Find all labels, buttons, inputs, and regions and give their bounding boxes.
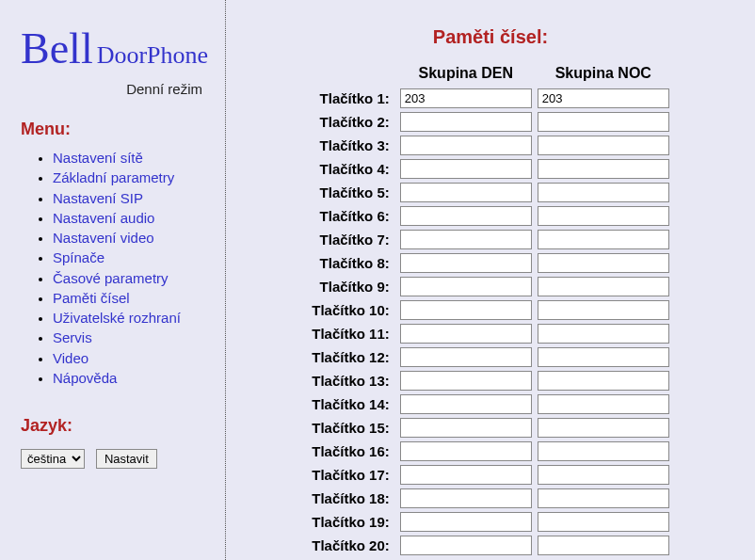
table-row: Tlačítko 9: <box>311 276 670 297</box>
cell-night <box>537 511 670 533</box>
day-input[interactable] <box>400 112 532 132</box>
menu-link[interactable]: Nastavení SIP <box>53 190 143 206</box>
cell-night <box>537 464 670 486</box>
menu-item: Základní parametry <box>53 168 208 187</box>
night-input[interactable] <box>538 206 669 226</box>
day-input[interactable] <box>400 159 532 179</box>
night-input[interactable] <box>538 88 669 108</box>
table-row: Tlačítko 11: <box>311 323 670 344</box>
cell-day <box>399 393 533 415</box>
logo-text-bell: Bell <box>21 24 93 72</box>
row-label: Tlačítko 13: <box>311 370 395 392</box>
day-input[interactable] <box>400 512 532 532</box>
cell-night <box>537 440 670 462</box>
language-set-button[interactable]: Nastavit <box>96 449 157 469</box>
sidebar: BellDoorPhone Denní režim Menu: Nastaven… <box>0 0 226 560</box>
cell-day <box>399 205 533 227</box>
night-input[interactable] <box>538 253 669 273</box>
menu-link[interactable]: Paměti čísel <box>53 290 130 306</box>
night-input[interactable] <box>538 277 669 296</box>
day-input[interactable] <box>400 371 532 391</box>
day-input[interactable] <box>400 536 532 555</box>
night-input[interactable] <box>538 465 669 485</box>
night-input[interactable] <box>538 418 669 438</box>
language-row: čeština Nastavit <box>21 449 208 469</box>
menu-item: Časové parametry <box>53 269 208 288</box>
day-input[interactable] <box>400 136 532 155</box>
menu-link[interactable]: Nastavení sítě <box>53 150 143 166</box>
menu-link[interactable]: Základní parametry <box>53 169 174 185</box>
day-input[interactable] <box>400 206 532 226</box>
row-label: Tlačítko 5: <box>311 182 395 203</box>
col-header-day: Skupina DEN <box>399 65 533 86</box>
menu-link[interactable]: Servis <box>53 329 92 345</box>
cell-day <box>399 323 533 344</box>
night-input[interactable] <box>538 300 669 320</box>
cell-night <box>537 135 670 156</box>
day-input[interactable] <box>400 253 532 273</box>
cell-day <box>399 440 533 462</box>
row-label: Tlačítko 7: <box>311 229 395 250</box>
day-input[interactable] <box>400 488 532 508</box>
menu-link[interactable]: Nastavení video <box>53 230 154 246</box>
night-input[interactable] <box>538 441 669 461</box>
row-label: Tlačítko 6: <box>311 205 395 227</box>
night-input[interactable] <box>538 394 669 414</box>
cell-night <box>537 205 670 227</box>
cell-night <box>537 346 670 368</box>
menu-link[interactable]: Video <box>53 350 88 366</box>
menu-link[interactable]: Uživatelské rozhraní <box>53 310 181 326</box>
night-input[interactable] <box>538 512 669 532</box>
night-input[interactable] <box>538 159 669 179</box>
cell-night <box>537 299 670 321</box>
row-label: Tlačítko 4: <box>311 158 395 180</box>
row-label: Tlačítko 19: <box>311 511 395 533</box>
row-label: Tlačítko 8: <box>311 252 395 274</box>
cell-night <box>537 370 670 392</box>
menu-list: Nastavení sítěZákladní parametryNastaven… <box>21 149 208 388</box>
day-input[interactable] <box>400 418 532 438</box>
day-input[interactable] <box>400 183 532 202</box>
row-label: Tlačítko 16: <box>311 440 395 462</box>
number-memory-table: Skupina DEN Skupina NOC Tlačítko 1:Tlačí… <box>307 63 674 558</box>
day-input[interactable] <box>400 277 532 296</box>
logo-text-doorphone: DoorPhone <box>97 41 208 69</box>
table-row: Tlačítko 18: <box>311 488 670 509</box>
day-input[interactable] <box>400 230 532 249</box>
night-input[interactable] <box>538 324 669 344</box>
menu-link[interactable]: Časové parametry <box>53 270 169 286</box>
night-input[interactable] <box>538 136 669 155</box>
row-label: Tlačítko 1: <box>311 88 395 109</box>
cell-night <box>537 252 670 274</box>
cell-day <box>399 299 533 321</box>
day-input[interactable] <box>400 300 532 320</box>
night-input[interactable] <box>538 371 669 391</box>
table-row: Tlačítko 20: <box>311 535 670 556</box>
day-input[interactable] <box>400 347 532 367</box>
menu-link[interactable]: Spínače <box>53 249 104 265</box>
cell-day <box>399 158 533 180</box>
row-label: Tlačítko 10: <box>311 299 395 321</box>
menu-link[interactable]: Nápověda <box>53 370 117 386</box>
menu-item: Spínače <box>53 248 208 267</box>
cell-night <box>537 276 670 297</box>
day-input[interactable] <box>400 394 532 414</box>
language-select[interactable]: čeština <box>21 449 85 469</box>
day-input[interactable] <box>400 441 532 461</box>
cell-day <box>399 135 533 156</box>
cell-day <box>399 370 533 392</box>
night-input[interactable] <box>538 347 669 367</box>
night-input[interactable] <box>538 112 669 132</box>
cell-day <box>399 182 533 203</box>
row-label: Tlačítko 9: <box>311 276 395 297</box>
night-input[interactable] <box>538 488 669 508</box>
night-input[interactable] <box>538 183 669 202</box>
day-input[interactable] <box>400 324 532 344</box>
night-input[interactable] <box>538 230 669 249</box>
cell-night <box>537 535 670 556</box>
day-input[interactable] <box>400 88 532 108</box>
cell-night <box>537 229 670 250</box>
night-input[interactable] <box>538 536 669 555</box>
day-input[interactable] <box>400 465 532 485</box>
menu-link[interactable]: Nastavení audio <box>53 210 154 226</box>
